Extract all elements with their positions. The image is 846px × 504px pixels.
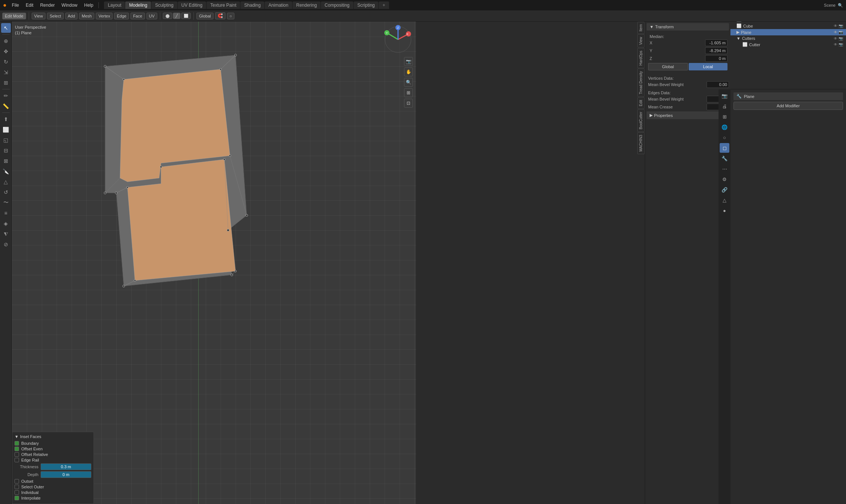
transform-tool[interactable]: ⊞ bbox=[1, 78, 11, 88]
outliner-cutters[interactable]: ▼ Cutters 👁 📷 bbox=[730, 35, 846, 41]
annotate-tool[interactable]: ✏ bbox=[1, 91, 11, 101]
uv-menu[interactable]: UV bbox=[146, 13, 157, 19]
tab-modeling[interactable]: Modeling bbox=[125, 1, 151, 9]
offset-relative-checkbox[interactable] bbox=[15, 452, 19, 457]
measure-tool[interactable]: 📏 bbox=[1, 101, 11, 111]
outliner-cube[interactable]: ⬜ Cube 👁 📷 bbox=[730, 23, 846, 29]
move-tool[interactable]: ✥ bbox=[1, 47, 11, 56]
mean-bevel-weight-value[interactable]: 0.00 bbox=[707, 81, 729, 88]
tab-item[interactable]: Item bbox=[637, 22, 645, 34]
prop-icon-data[interactable]: △ bbox=[720, 195, 729, 205]
proportional-editing[interactable]: ○ bbox=[227, 13, 235, 19]
transform-header[interactable]: ▼ Transform bbox=[647, 23, 729, 31]
tab-view[interactable]: View bbox=[637, 34, 645, 48]
prop-icon-scene[interactable]: 🌐 bbox=[720, 122, 729, 132]
tab-rendering[interactable]: Rendering bbox=[293, 1, 321, 9]
shrink-fatten-tool[interactable]: ◈ bbox=[1, 219, 11, 228]
tab-shading[interactable]: Shading bbox=[240, 1, 264, 9]
rotate-tool[interactable]: ↻ bbox=[1, 57, 11, 67]
individual-checkbox[interactable] bbox=[15, 490, 19, 495]
interpolate-checkbox[interactable] bbox=[15, 496, 19, 500]
offset-tool[interactable]: ⊠ bbox=[1, 156, 11, 166]
x-value[interactable]: -1.605 m bbox=[705, 39, 727, 46]
menu-file[interactable]: File bbox=[9, 2, 22, 9]
cursor-tool[interactable]: ⊕ bbox=[1, 36, 11, 46]
loop-cut-tool[interactable]: ⊟ bbox=[1, 146, 11, 155]
scene-selector[interactable]: Scene bbox=[824, 3, 836, 7]
tab-tread-density[interactable]: Tread Density bbox=[637, 69, 645, 97]
prop-icon-constraints[interactable]: 🔗 bbox=[720, 185, 729, 194]
smooth-tool[interactable]: 〜 bbox=[1, 198, 11, 207]
select-outer-checkbox[interactable] bbox=[15, 485, 19, 489]
edge-menu[interactable]: Edge bbox=[114, 13, 129, 19]
outliner-plane[interactable]: ▶ Plane 👁 📷 bbox=[730, 29, 846, 35]
global-btn[interactable]: Global bbox=[648, 63, 688, 70]
prop-icon-material[interactable]: ● bbox=[720, 206, 729, 215]
tab-machin3[interactable]: MACHIN3 bbox=[637, 132, 645, 154]
vertex-menu[interactable]: Vertex bbox=[96, 13, 113, 19]
viewport-addon-1[interactable]: ⊞ bbox=[404, 88, 413, 97]
rip-tool[interactable]: ⊘ bbox=[1, 240, 11, 249]
outliner-cutter[interactable]: ⬜ Cutter 👁 📷 bbox=[730, 41, 846, 48]
thickness-value[interactable]: 0.3 m bbox=[41, 463, 91, 470]
snap-toggle[interactable]: 🧲 bbox=[215, 12, 225, 19]
bevel-tool[interactable]: ◱ bbox=[1, 135, 11, 145]
edge-slide-tool[interactable]: ≡ bbox=[1, 208, 11, 218]
select-menu[interactable]: Select bbox=[47, 13, 64, 19]
face-select-btn[interactable]: ⬜ bbox=[181, 13, 191, 19]
viewport-gizmo[interactable]: X Y Z bbox=[383, 25, 413, 54]
prop-icon-physics[interactable]: ⚙ bbox=[720, 174, 729, 184]
y-value[interactable]: -8.294 m bbox=[705, 47, 727, 54]
tab-scripting[interactable]: Scripting bbox=[354, 1, 379, 9]
poly-build-tool[interactable]: △ bbox=[1, 177, 11, 187]
outset-checkbox[interactable] bbox=[15, 479, 19, 484]
transform-space[interactable]: Global bbox=[196, 13, 214, 19]
prop-icon-output[interactable]: 🖨 bbox=[720, 101, 729, 111]
menu-render[interactable]: Render bbox=[37, 2, 58, 9]
tab-compositing[interactable]: Compositing bbox=[321, 1, 353, 9]
viewport-zoom-btn[interactable]: 🔍 bbox=[404, 78, 413, 87]
tab-hardops[interactable]: HardOps bbox=[637, 48, 645, 68]
tab-add[interactable]: + bbox=[379, 1, 389, 9]
tab-edit[interactable]: Edit bbox=[637, 97, 645, 109]
tab-uv-editing[interactable]: UV Editing bbox=[178, 1, 206, 9]
tab-boolcutter[interactable]: BoolCutter bbox=[637, 109, 645, 132]
mesh-menu[interactable]: Mesh bbox=[79, 13, 94, 19]
local-btn[interactable]: Local bbox=[689, 63, 728, 70]
prop-icon-render[interactable]: 📷 bbox=[720, 91, 729, 101]
view-menu[interactable]: View bbox=[32, 13, 46, 19]
blender-logo[interactable]: ● bbox=[3, 2, 7, 9]
spin-tool[interactable]: ↺ bbox=[1, 187, 11, 197]
mode-selector[interactable]: Edit Mode bbox=[2, 13, 26, 19]
prop-icon-object[interactable]: ◻ bbox=[720, 143, 729, 153]
viewport-hand-btn[interactable]: ✋ bbox=[404, 67, 413, 76]
prop-icon-particles[interactable]: ⋯ bbox=[720, 164, 729, 174]
add-modifier-btn[interactable]: Add Modifier bbox=[733, 102, 843, 110]
menu-edit[interactable]: Edit bbox=[23, 2, 37, 9]
z-value[interactable]: 0 m bbox=[705, 55, 727, 62]
menu-window[interactable]: Window bbox=[59, 2, 81, 9]
edge-select-btn[interactable]: ╱ bbox=[173, 13, 180, 19]
knife-tool[interactable]: 🔪 bbox=[1, 167, 11, 176]
prop-icon-view-layer[interactable]: ⊞ bbox=[720, 112, 729, 121]
offset-even-checkbox[interactable] bbox=[15, 447, 19, 451]
inset-tool[interactable]: ⬜ bbox=[1, 125, 11, 134]
select-tool[interactable]: ↖ bbox=[1, 23, 11, 33]
viewport-addon-2[interactable]: ⊡ bbox=[404, 99, 413, 108]
shear-tool[interactable]: ⧨ bbox=[1, 229, 11, 239]
prop-icon-modifier[interactable]: 🔧 bbox=[720, 153, 729, 163]
boundary-checkbox[interactable] bbox=[15, 441, 19, 446]
tab-sculpting[interactable]: Sculpting bbox=[151, 1, 177, 9]
extrude-tool[interactable]: ⬆ bbox=[1, 114, 11, 124]
add-menu[interactable]: Add bbox=[65, 13, 78, 19]
vertex-select-btn[interactable]: ⬤ bbox=[163, 13, 172, 19]
face-menu[interactable]: Face bbox=[130, 13, 145, 19]
tab-layout[interactable]: Layout bbox=[104, 1, 125, 9]
properties-header[interactable]: ▶ Properties bbox=[647, 111, 729, 119]
prop-icon-world[interactable]: ○ bbox=[720, 133, 729, 142]
tab-texture-paint[interactable]: Texture Paint bbox=[206, 1, 240, 9]
tab-animation[interactable]: Animation bbox=[265, 1, 292, 9]
depth-value[interactable]: 0 m bbox=[41, 471, 91, 478]
edge-rail-checkbox[interactable] bbox=[15, 458, 19, 462]
scale-tool[interactable]: ⇲ bbox=[1, 67, 11, 77]
